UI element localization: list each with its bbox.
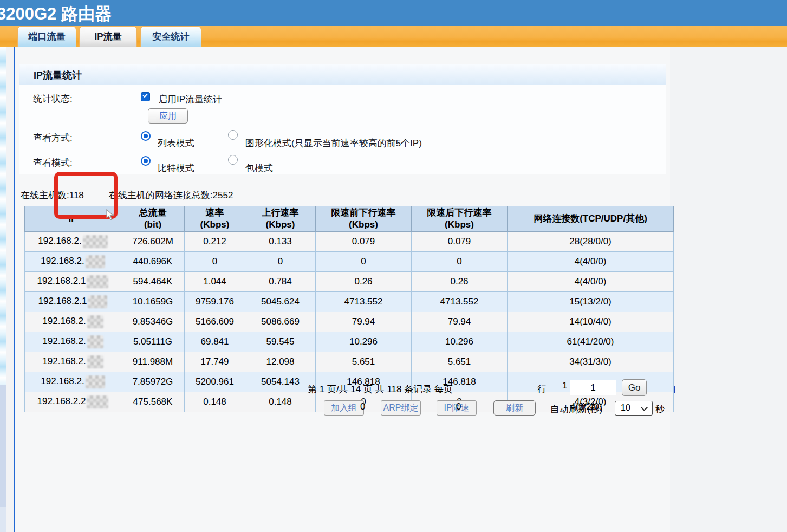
table-row: 192.168.2. 9.85346G 5166.609 5086.669 79… [25, 312, 674, 332]
ip-cell: 192.168.2. [25, 332, 121, 352]
bit-mode-radio[interactable] [141, 156, 151, 166]
tab-ip-traffic[interactable]: IP流量 [79, 26, 137, 47]
censored-ip-patch [86, 375, 105, 388]
table-row: 192.168.2. 911.988M 17.749 12.098 5.651 … [25, 352, 674, 372]
rate-cell: 5166.609 [185, 312, 245, 332]
title-bar: 3200G2 路由器 [0, 0, 787, 26]
rate-cell: 5200.961 [185, 372, 245, 392]
connections-cell: 4(4/0/0) [508, 252, 674, 272]
ip-cell: 192.168.2.2 [25, 392, 121, 412]
summary-line: 在线主机数:118在线主机的网络连接总数:2552 [21, 189, 233, 202]
prelimit-cell: 0.26 [316, 272, 412, 292]
list-mode-label: 列表模式 [158, 137, 194, 150]
censored-ip-patch [83, 235, 108, 248]
table-row: 192.168.2. 5.05111G 69.841 59.545 10.296… [25, 332, 674, 352]
page-info-text: 第 1 页/共 14 页 共 118 条记录 每页 [308, 383, 453, 395]
table-row: 192.168.2.1 10.1659G 9759.176 5045.624 4… [25, 292, 674, 312]
radio-dot-icon [144, 159, 148, 163]
page-title: 3200G2 路由器 [0, 3, 112, 25]
rate-cell: 69.841 [185, 332, 245, 352]
chevron-down-icon [641, 404, 648, 411]
prelimit-cell: 4713.552 [316, 292, 412, 312]
ip-cell: 192.168.2.1 [25, 292, 121, 312]
list-mode-radio[interactable] [141, 131, 151, 141]
graph-mode-label: 图形化模式(只显示当前速率较高的前5个IP) [245, 137, 422, 150]
join-group-button[interactable]: 加入组 [324, 400, 364, 416]
postlimit-cell: 4713.552 [412, 292, 508, 312]
ip-cell: 192.168.2. [25, 312, 121, 332]
censored-ip-patch [87, 275, 108, 288]
postlimit-cell: 0.079 [412, 232, 508, 252]
total-cell: 475.568K [121, 392, 185, 412]
row9-prelimit-overlap: 0 [360, 401, 365, 412]
total-cell: 9.85346G [121, 312, 185, 332]
postlimit-cell: 79.94 [412, 312, 508, 332]
prelimit-cell: 0.079 [316, 232, 412, 252]
total-connections-count: 在线主机的网络连接总数:2552 [109, 190, 233, 200]
row9-connections-overlap: 4(3/2/0) [570, 401, 602, 412]
total-cell: 10.1659G [121, 292, 185, 312]
tab-port-traffic[interactable]: 端口流量 [17, 26, 76, 47]
ip-cell: 192.168.2. [25, 252, 121, 272]
apply-button[interactable]: 应用 [148, 108, 188, 124]
prelimit-cell: 10.296 [316, 332, 412, 352]
uprate-cell: 0 [245, 252, 316, 272]
censored-ip-patch [88, 295, 107, 308]
router-admin-page: 3200G2 路由器 端口流量 IP流量 安全统计 IP流量统计 统计状态: 启… [0, 0, 787, 532]
total-cell: 726.602M [121, 232, 185, 252]
left-edge-menu-strip [0, 47, 6, 385]
panel-title: IP流量统计 [34, 69, 82, 82]
postlimit-cell: 10.296 [412, 332, 508, 352]
content-left-border [14, 47, 15, 532]
col-header-connections: 网络连接数(TCP/UDP/其他) [508, 206, 674, 232]
ip-cell: 192.168.2.1 [25, 272, 121, 292]
enable-stats-checkbox[interactable] [141, 92, 150, 101]
uprate-cell: 0.148 [245, 392, 316, 412]
refresh-button[interactable]: 刷新 [493, 400, 536, 416]
censored-ip-patch [87, 355, 103, 368]
connections-cell: 15(13/2/0) [508, 292, 674, 312]
view-mode-label: 查看模式: [33, 157, 73, 169]
connections-cell: 28(28/0/0) [508, 232, 674, 252]
enable-stats-label: 启用IP流量统计 [158, 93, 222, 106]
rate-cell: 0.212 [185, 232, 245, 252]
ip-cell: 192.168.2. [25, 232, 121, 252]
col-header-postlimit: 限速后下行速率(Kbps) [412, 206, 508, 232]
arp-bind-button[interactable]: ARP绑定 [381, 400, 421, 416]
connections-cell: 14(10/4/0) [508, 312, 674, 332]
total-cell: 594.464K [121, 272, 185, 292]
radio-dot-icon [144, 134, 148, 138]
goto-page-input[interactable] [570, 380, 616, 395]
rows-unit-label: 行 [537, 383, 547, 395]
col-header-rate: 速率(Kbps) [185, 206, 245, 232]
ip-cell: 192.168.2. [25, 352, 121, 372]
obscured-cell-fragment: 1 [562, 380, 567, 391]
rate-cell: 1.044 [185, 272, 245, 292]
tab-security-stats[interactable]: 安全统计 [140, 26, 201, 47]
total-cell: 7.85972G [121, 372, 185, 392]
seconds-label: 秒 [655, 403, 665, 416]
prelimit-cell: 79.94 [316, 312, 412, 332]
connections-cell: 4(4/0/0) [508, 272, 674, 292]
auto-refresh-value: 10 [621, 403, 630, 413]
row9-postlimit-overlap: 0 [456, 401, 461, 412]
go-button[interactable]: Go [622, 379, 647, 396]
uprate-cell: 59.545 [245, 332, 316, 352]
censored-ip-patch [87, 395, 108, 408]
table-row: 192.168.2.1 594.464K 1.044 0.784 0.26 0.… [25, 272, 674, 292]
check-icon [142, 93, 147, 98]
ip-cell: 192.168.2. [25, 372, 121, 392]
col-header-prelimit: 限速前下行速率(Kbps) [316, 206, 412, 232]
auto-refresh-select[interactable]: 10 [615, 401, 653, 416]
total-cell: 5.05111G [121, 332, 185, 352]
stats-status-label: 统计状态: [33, 93, 73, 105]
rate-cell: 9759.176 [185, 292, 245, 312]
connections-cell: 34(31/3/0) [508, 352, 674, 372]
uprate-cell: 12.098 [245, 352, 316, 372]
censored-ip-patch [87, 315, 103, 328]
packet-mode-radio[interactable] [228, 155, 238, 165]
uprate-cell: 5086.669 [245, 312, 316, 332]
total-cell: 440.696K [121, 252, 185, 272]
graph-mode-radio[interactable] [228, 130, 238, 140]
col-header-total: 总流量(bit) [121, 206, 185, 232]
